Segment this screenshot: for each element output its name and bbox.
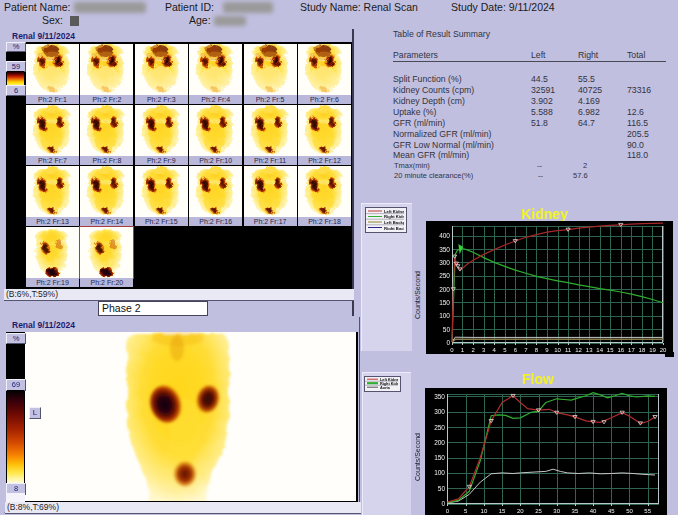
svg-text:15: 15 — [607, 347, 614, 353]
svg-text:25: 25 — [535, 508, 542, 514]
svg-text:17: 17 — [628, 347, 635, 353]
svg-text:Right Backgr: Right Backgr — [384, 226, 404, 230]
svg-text:40: 40 — [590, 508, 597, 514]
svg-text:0: 0 — [446, 508, 450, 514]
svg-text:55: 55 — [644, 508, 651, 514]
svg-text:100: 100 — [434, 469, 445, 476]
svg-text:3: 3 — [482, 347, 486, 353]
svg-text:14: 14 — [596, 347, 603, 353]
svg-text:35: 35 — [572, 508, 579, 514]
svg-text:50: 50 — [626, 508, 633, 514]
svg-text:1: 1 — [461, 347, 465, 353]
svg-text:350: 350 — [439, 246, 450, 253]
svg-text:5: 5 — [503, 347, 507, 353]
svg-text:9: 9 — [545, 347, 549, 353]
svg-text:300: 300 — [439, 259, 450, 266]
svg-text:200: 200 — [439, 286, 450, 293]
svg-text:15: 15 — [499, 508, 506, 514]
svg-text:100: 100 — [439, 312, 450, 319]
svg-text:13: 13 — [586, 347, 593, 353]
svg-text:0: 0 — [441, 500, 445, 507]
svg-text:150: 150 — [434, 454, 445, 461]
svg-text:8: 8 — [535, 347, 539, 353]
svg-text:18: 18 — [639, 347, 646, 353]
svg-text:250: 250 — [434, 424, 445, 431]
svg-text:5: 5 — [464, 508, 468, 514]
svg-text:10: 10 — [481, 508, 488, 514]
svg-text:250: 250 — [439, 272, 450, 279]
svg-text:Right Kidney: Right Kidney — [384, 214, 404, 219]
svg-text:20: 20 — [517, 508, 524, 514]
svg-text:6: 6 — [514, 347, 518, 353]
svg-text:4: 4 — [493, 347, 497, 353]
svg-text:50: 50 — [443, 326, 451, 333]
svg-text:2: 2 — [471, 347, 475, 353]
svg-text:0: 0 — [450, 347, 454, 353]
svg-text:11: 11 — [565, 347, 572, 353]
svg-text:Left Backgrnd: Left Backgrnd — [384, 220, 404, 225]
svg-text:16: 16 — [617, 347, 624, 353]
svg-text:150: 150 — [439, 299, 450, 306]
svg-text:7: 7 — [524, 347, 528, 353]
svg-text:400: 400 — [439, 232, 450, 239]
svg-text:30: 30 — [553, 508, 560, 514]
svg-text:Left Kidney: Left Kidney — [384, 209, 404, 214]
svg-text:0: 0 — [446, 339, 450, 346]
svg-text:45: 45 — [608, 508, 615, 514]
svg-text:200: 200 — [434, 439, 445, 446]
svg-text:12: 12 — [575, 347, 582, 353]
svg-text:19: 19 — [649, 347, 656, 353]
svg-text:Aorta: Aorta — [380, 386, 391, 389]
svg-text:50: 50 — [438, 485, 446, 492]
svg-text:10: 10 — [554, 347, 561, 353]
svg-text:350: 350 — [434, 393, 445, 400]
svg-text:300: 300 — [434, 408, 445, 415]
